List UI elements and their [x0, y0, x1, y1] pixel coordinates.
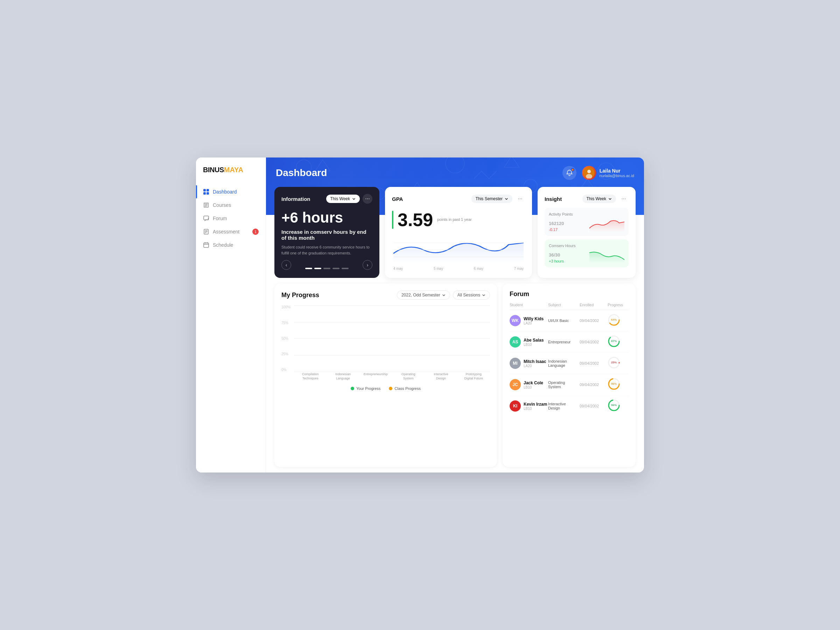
info-card: Information This Week ··· +6 hours Incre…: [275, 187, 379, 278]
subject-2: IndonesianLanguage: [548, 359, 579, 368]
svg-rect-6: [204, 243, 208, 248]
carousel-prev[interactable]: ‹: [281, 260, 291, 270]
class-3: LB10: [524, 385, 543, 389]
sidebar: BINUSMAYA Dashboard Courses: [196, 158, 266, 472]
name-3: Jack Cole: [524, 381, 543, 385]
y-label-75: 75%: [281, 321, 291, 325]
dot-3: [324, 268, 330, 269]
sidebar-label-assessment: Assessment: [213, 229, 239, 235]
gpa-more-button[interactable]: ···: [515, 194, 525, 204]
bar-group-4: [425, 363, 457, 372]
col-progress: Progress: [608, 303, 628, 307]
logo-maya: MAYA: [224, 166, 243, 174]
bar-group-1: [327, 363, 359, 372]
legend-class-progress: Class Progress: [389, 387, 421, 391]
sidebar-item-assessment[interactable]: Assessment 1: [196, 225, 266, 238]
forum-row-1[interactable]: AS Abe Salas LB10 Entrepreneur 09/04/200…: [510, 332, 628, 353]
legend-dot-green: [351, 387, 354, 390]
legend-dot-yellow: [389, 387, 392, 390]
gpa-subtitle: points in past 1 year: [437, 217, 471, 222]
semester-filter[interactable]: 2022, Odd Semester: [397, 291, 450, 300]
progress-card: My Progress 2022, Odd Semester All Sessi…: [275, 284, 497, 467]
chart-label-1: 4 may: [393, 267, 403, 270]
svg-point-7: [296, 159, 311, 175]
avatar-1: AS: [510, 336, 521, 347]
carousel-next[interactable]: ›: [363, 260, 373, 270]
forum-row-0[interactable]: WK Willy Kids LA20 UI/UX Basic 09/04/200…: [510, 310, 628, 332]
gpa-card-title: GPA: [392, 196, 403, 202]
forum-row-4[interactable]: KI Kevin Irzam LB10 InteractiveDesign 09…: [510, 395, 628, 417]
progress-title: My Progress: [281, 292, 319, 299]
sidebar-label-forum: Forum: [213, 216, 227, 221]
user-profile[interactable]: Laila Nur nurlaila@binus.ac.id: [582, 166, 634, 180]
insight-filter-dropdown[interactable]: This Week: [583, 194, 616, 203]
legend-class-label: Class Progress: [395, 387, 421, 391]
carousel-dots: [305, 268, 349, 269]
student-1: AS Abe Salas LB10: [510, 336, 548, 347]
sidebar-item-forum[interactable]: Forum: [196, 212, 266, 225]
bars-area: [294, 305, 490, 372]
bar-group-0: [294, 363, 327, 372]
progress-filters: 2022, Odd Semester All Sessions: [397, 291, 490, 300]
sessions-filter-label: All Sessions: [458, 293, 480, 297]
subject-1: Entrepreneur: [548, 340, 579, 344]
enrolled-4: 09/04/2002: [579, 404, 608, 408]
sidebar-label-dashboard: Dashboard: [213, 189, 237, 194]
info-filter-dropdown[interactable]: This Week: [326, 194, 360, 203]
chart-label-3: 6 may: [474, 267, 483, 270]
forum-card: Forum Student Subject Enrolled Progress …: [503, 284, 636, 467]
x-label-0: CompilationTechniques: [294, 373, 327, 382]
page-title: Dashboard: [276, 167, 327, 178]
progress-header: My Progress 2022, Odd Semester All Sessi…: [281, 291, 490, 300]
progress-ring-2: 25%: [608, 356, 628, 370]
gpa-indicator: [392, 211, 393, 229]
sidebar-label-courses: Courses: [213, 202, 231, 208]
y-label-100: 100%: [281, 305, 291, 309]
subject-0: UI/UX Basic: [548, 319, 579, 323]
activity-points-section: Activity Points 162120 -0.17: [545, 208, 628, 236]
info-description: Increase in comserv hours by end of this…: [281, 229, 373, 241]
enrolled-3: 09/04/2002: [579, 382, 608, 387]
gpa-filter-dropdown[interactable]: This Semester: [471, 194, 512, 203]
student-2: MI Mitch Isaac LA20: [510, 358, 548, 369]
bar-chart: 100% 75% 50% 25% 0%: [281, 305, 490, 382]
avatar-4: KI: [510, 400, 521, 412]
class-1: LB10: [524, 343, 543, 346]
name-0: Willy Kids: [524, 316, 543, 321]
svg-text:87%: 87%: [611, 339, 617, 343]
user-avatar: [582, 166, 596, 180]
header-actions: Laila Nur nurlaila@binus.ac.id: [562, 166, 634, 180]
grid-icon: [203, 189, 209, 195]
notification-button[interactable]: [562, 166, 576, 180]
sessions-filter[interactable]: All Sessions: [453, 291, 490, 300]
forum-row-3[interactable]: JC Jack Cole LB10 OperatingSystem 09/04/…: [510, 374, 628, 395]
enrolled-2: 09/04/2002: [579, 361, 608, 365]
sidebar-item-dashboard[interactable]: Dashboard: [196, 185, 266, 199]
progress-ring-0: 64%: [608, 314, 628, 328]
bar-group-3: [392, 363, 425, 372]
x-label-1: IndonesianLanguage: [327, 373, 359, 382]
app-container: BINUSMAYA Dashboard Courses: [196, 158, 644, 472]
svg-text:64%: 64%: [611, 318, 617, 321]
info-more-button[interactable]: ···: [363, 194, 373, 204]
gpa-card: GPA This Semester ··· 3.59 points in pas…: [385, 187, 532, 278]
insight-filter-label: This Week: [587, 196, 606, 201]
dot-4: [333, 268, 339, 269]
info-big-value: +6 hours: [281, 209, 373, 226]
sidebar-item-schedule[interactable]: Schedule: [196, 238, 266, 252]
x-label-2: Entrepreneurship: [360, 373, 392, 382]
insight-more-button[interactable]: ···: [619, 194, 628, 204]
svg-point-17: [587, 170, 591, 173]
svg-point-18: [586, 174, 592, 178]
comserv-label: Comserv Hours: [549, 243, 624, 248]
forum-row-2[interactable]: MI Mitch Isaac LA20 IndonesianLanguage 0…: [510, 353, 628, 374]
student-0: WK Willy Kids LA20: [510, 315, 548, 326]
svg-point-9: [445, 158, 464, 173]
enrolled-0: 09/04/2002: [579, 319, 608, 323]
sidebar-item-courses[interactable]: Courses: [196, 199, 266, 212]
name-2: Mitch Isaac: [524, 359, 546, 364]
col-enrolled: Enrolled: [579, 303, 608, 307]
svg-point-11: [598, 163, 614, 180]
svg-point-16: [583, 167, 595, 178]
y-label-25: 25%: [281, 352, 291, 356]
